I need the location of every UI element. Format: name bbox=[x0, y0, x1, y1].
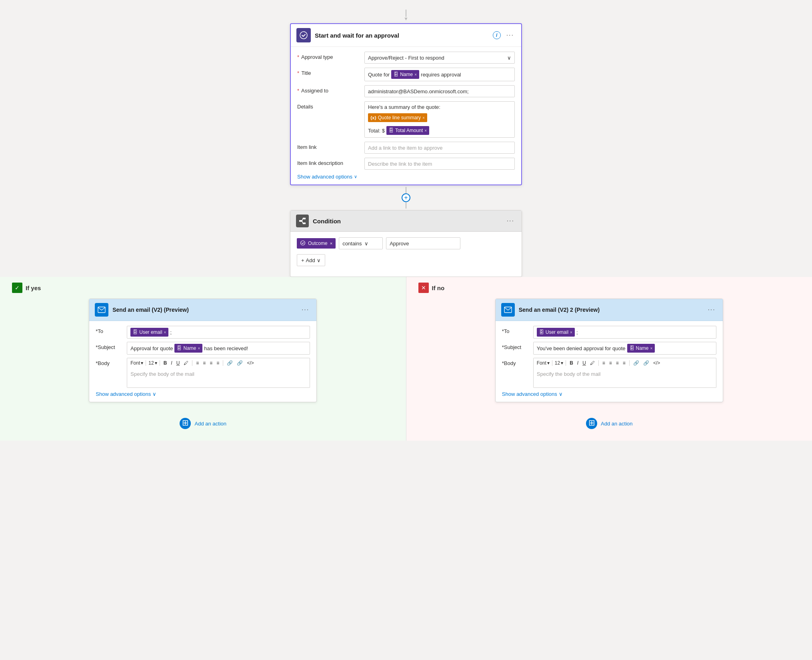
total-amount-close[interactable]: × bbox=[424, 128, 427, 133]
token-db-icon: 🗄 bbox=[394, 72, 398, 77]
title-name-token[interactable]: 🗄 Name × bbox=[391, 70, 419, 79]
condition-expression-row: Outcome × contains ∨ bbox=[297, 237, 515, 249]
email-no-subject-input[interactable]: You've been denied approval for quote 🗄 … bbox=[533, 342, 716, 355]
email-no-body-input[interactable]: Specify the body of the mail bbox=[533, 368, 716, 388]
font-size-no[interactable]: 12 ▾ bbox=[555, 360, 563, 366]
email-yes-to-input[interactable]: 🗄 User email × ; bbox=[127, 326, 310, 339]
color-btn-yes[interactable]: 🖊 bbox=[182, 360, 190, 366]
email-yes-user-token[interactable]: 🗄 User email × bbox=[130, 328, 168, 337]
link-btn-yes[interactable]: 🔗 bbox=[226, 360, 234, 366]
email-no-user-token[interactable]: 🗄 User email × bbox=[537, 328, 575, 337]
condition-value-input[interactable] bbox=[386, 237, 460, 249]
font-size-yes[interactable]: 12 ▾ bbox=[148, 360, 157, 366]
item-link-input[interactable]: Add a link to the item to approve bbox=[364, 142, 515, 154]
email-no-to-input[interactable]: 🗄 User email × ; bbox=[533, 326, 716, 339]
condition-card: Condition ··· Outcome × contains bbox=[290, 210, 522, 277]
ol-btn-no[interactable]: ≡ bbox=[608, 360, 613, 366]
details-input[interactable]: Here's a summary of the quote: {x} Quote… bbox=[364, 101, 515, 138]
plus-btn-1[interactable]: + bbox=[402, 193, 410, 202]
approval-type-select[interactable]: Approve/Reject - First to respond ∨ bbox=[364, 52, 515, 64]
no-branch-header: ✕ If no bbox=[414, 277, 804, 299]
subject-no-prefix: You've been denied approval for quote bbox=[537, 345, 626, 351]
chevron-down-icon-yes: ∨ bbox=[152, 391, 156, 397]
email-no-to-label: *To bbox=[502, 326, 530, 334]
outcome-token-icon bbox=[300, 240, 306, 247]
add-action-icon-no: ⊞ bbox=[586, 417, 598, 429]
email-yes-icon bbox=[95, 303, 108, 317]
email-yes-subject-label: *Subject bbox=[96, 342, 124, 350]
email-yes-name-token[interactable]: 🗄 Name × bbox=[174, 344, 202, 353]
svg-line-4 bbox=[302, 219, 303, 221]
font-size-dropdown-icon: ▾ bbox=[155, 360, 157, 366]
link-btn-no[interactable]: 🔗 bbox=[632, 360, 640, 366]
approval-more-btn[interactable]: ··· bbox=[505, 31, 516, 40]
quote-line-summary-token[interactable]: {x} Quote line summary × bbox=[368, 113, 427, 122]
outdent-btn-yes[interactable]: ≡ bbox=[215, 360, 220, 366]
add-action-no-container: ⊞ Add an action bbox=[582, 402, 636, 433]
svg-point-0 bbox=[300, 32, 307, 39]
font-select-yes[interactable]: Font ▾ bbox=[130, 360, 143, 366]
indent-btn-yes[interactable]: ≡ bbox=[208, 360, 214, 366]
email-no-more-btn[interactable]: ··· bbox=[706, 305, 717, 314]
color-btn-no[interactable]: 🖊 bbox=[589, 360, 596, 366]
bold-btn-no[interactable]: B bbox=[568, 360, 574, 366]
condition-more-btn[interactable]: ··· bbox=[505, 217, 516, 225]
outdent-btn-no[interactable]: ≡ bbox=[622, 360, 627, 366]
condition-header: Condition ··· bbox=[290, 211, 522, 232]
email-yes-more-btn[interactable]: ··· bbox=[300, 305, 311, 314]
italic-btn-no[interactable]: I bbox=[576, 360, 580, 366]
add-action-no-btn[interactable]: ⊞ Add an action bbox=[582, 414, 636, 433]
outcome-token[interactable]: Outcome × bbox=[297, 238, 336, 249]
show-advanced-email-no[interactable]: Show advanced options ∨ bbox=[502, 391, 563, 397]
email-yes-to-row: *To 🗄 User email × ; bbox=[96, 326, 310, 339]
show-advanced-approval[interactable]: Show advanced options ∨ bbox=[297, 174, 357, 180]
info-icon[interactable]: i bbox=[493, 31, 501, 39]
title-suffix: requires approval bbox=[421, 72, 461, 78]
dropdown-arrow-icon: ∨ bbox=[507, 55, 511, 61]
email-yes-body-row: *Body Font ▾ 12 ▾ bbox=[96, 358, 310, 388]
canvas: Start and wait for an approval i ··· * A… bbox=[0, 0, 812, 449]
indent-btn-no[interactable]: ≡ bbox=[615, 360, 620, 366]
underline-btn-no[interactable]: U bbox=[581, 360, 587, 366]
token-db-icon5: 🗄 bbox=[539, 329, 544, 335]
email-no-header: Send an email (V2) 2 (Preview) ··· bbox=[496, 299, 723, 321]
code-btn-yes[interactable]: </> bbox=[246, 360, 255, 366]
code-btn-no[interactable]: </> bbox=[652, 360, 661, 366]
email-yes-subject-input[interactable]: Approval for quote 🗄 Name × has been rec… bbox=[127, 342, 310, 355]
condition-operator-select[interactable]: contains ∨ bbox=[339, 237, 383, 249]
unlink-btn-no[interactable]: 🔗 bbox=[642, 360, 650, 366]
svg-point-6 bbox=[301, 241, 305, 245]
italic-btn-yes[interactable]: I bbox=[170, 360, 173, 366]
ul-btn-no[interactable]: ≡ bbox=[601, 360, 606, 366]
condition-add-btn[interactable]: + Add ∨ bbox=[297, 254, 325, 266]
bold-btn-yes[interactable]: B bbox=[162, 360, 168, 366]
condition-icon bbox=[296, 215, 309, 227]
email-yes-body-input[interactable]: Specify the body of the mail bbox=[127, 368, 310, 388]
branches-container: ✓ If yes Send an email (V2) (Preview) ··… bbox=[0, 277, 812, 441]
item-link-desc-input[interactable]: Describe the link to the item bbox=[364, 158, 515, 170]
quote-line-summary-close[interactable]: × bbox=[422, 116, 425, 120]
email-yes-to-suffix: ; bbox=[170, 329, 172, 335]
no-badge: ✕ bbox=[418, 283, 429, 293]
total-amount-token[interactable]: 🗄 Total Amount × bbox=[386, 126, 429, 135]
add-action-yes-btn[interactable]: ⊞ Add an action bbox=[176, 414, 230, 433]
font-select-no[interactable]: Font ▾ bbox=[537, 360, 550, 366]
outcome-token-close[interactable]: × bbox=[330, 241, 332, 246]
email-no-name-token[interactable]: 🗄 Name × bbox=[627, 344, 655, 353]
ul-btn-yes[interactable]: ≡ bbox=[195, 360, 200, 366]
title-prefix: Quote for bbox=[368, 72, 390, 78]
unlink-btn-yes[interactable]: 🔗 bbox=[236, 360, 244, 366]
title-token-close[interactable]: × bbox=[414, 72, 417, 77]
show-advanced-email-yes[interactable]: Show advanced options ∨ bbox=[96, 391, 156, 397]
assigned-to-input[interactable]: administrator@BASDemo.onmicrosoft.com; bbox=[364, 85, 515, 97]
approval-card-title: Start and wait for an approval bbox=[315, 32, 489, 39]
yes-branch: ✓ If yes Send an email (V2) (Preview) ··… bbox=[0, 277, 406, 441]
underline-btn-yes[interactable]: U bbox=[175, 360, 181, 366]
title-input[interactable]: Quote for 🗄 Name × requires approval bbox=[364, 68, 515, 81]
item-link-label: Item link bbox=[297, 142, 361, 150]
svg-rect-3 bbox=[303, 223, 306, 224]
ol-btn-yes[interactable]: ≡ bbox=[202, 360, 207, 366]
email-no-body-editor: Font ▾ 12 ▾ B I bbox=[533, 358, 716, 388]
email-no-subject-row: *Subject You've been denied approval for… bbox=[502, 342, 716, 355]
email-no-body-row: *Body Font ▾ 12 ▾ bbox=[502, 358, 716, 388]
